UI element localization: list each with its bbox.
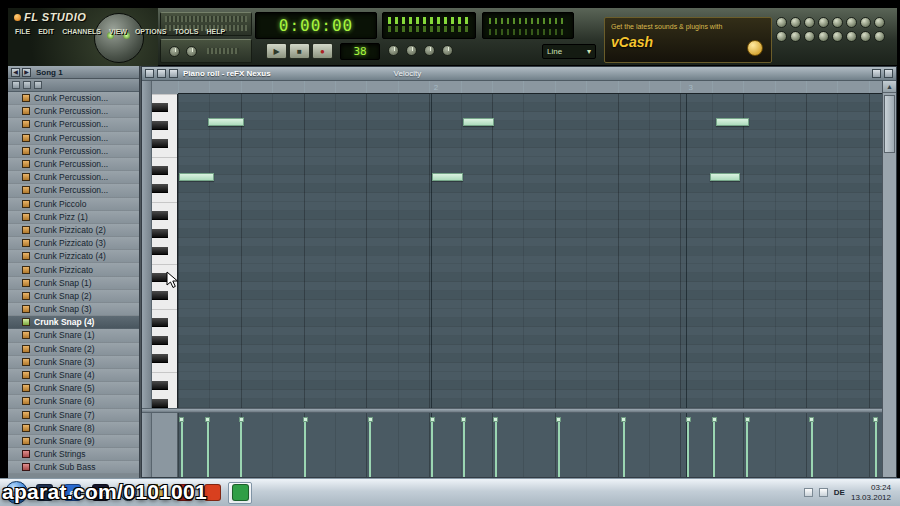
- browser-item[interactable]: Crunk Snap (4): [8, 316, 139, 329]
- black-key[interactable]: [152, 381, 168, 390]
- record-button[interactable]: ●: [312, 43, 333, 59]
- toolbar-round-button[interactable]: [790, 31, 801, 42]
- velocity-stem-handle[interactable]: [686, 417, 691, 422]
- toolbar-round-button[interactable]: [818, 17, 829, 28]
- ad-banner[interactable]: Get the latest sounds & plugins with vCa…: [604, 17, 772, 63]
- browser-item[interactable]: Crunk Snare (8): [8, 422, 139, 435]
- taskbar-clock[interactable]: 03:2413.03.2012: [851, 483, 895, 502]
- midi-note[interactable]: [710, 173, 740, 181]
- velocity-stem[interactable]: [181, 422, 183, 477]
- velocity-stem[interactable]: [875, 422, 877, 477]
- browser-item[interactable]: Crunk Sub Bass: [8, 461, 139, 474]
- velocity-stem-handle[interactable]: [873, 417, 878, 422]
- browser-item[interactable]: Crunk Percussion...: [8, 132, 139, 145]
- tray-network-icon[interactable]: [819, 488, 828, 497]
- browser-item[interactable]: Crunk Snap (1): [8, 277, 139, 290]
- browser-tool-icon[interactable]: [23, 81, 31, 89]
- scroll-up-button[interactable]: ▲: [883, 81, 896, 93]
- midi-note[interactable]: [179, 173, 214, 181]
- velocity-stem-handle[interactable]: [809, 417, 814, 422]
- black-key[interactable]: [152, 229, 168, 238]
- velocity-stem[interactable]: [811, 422, 813, 477]
- scrollbar-thumb[interactable]: [884, 95, 895, 153]
- velocity-stem[interactable]: [623, 422, 625, 477]
- menu-options[interactable]: OPTIONS: [133, 27, 169, 36]
- velocity-stem[interactable]: [240, 422, 242, 477]
- black-key[interactable]: [152, 211, 168, 220]
- knob[interactable]: [406, 45, 417, 56]
- velocity-stem-handle[interactable]: [205, 417, 210, 422]
- black-key[interactable]: [152, 103, 168, 112]
- midi-note[interactable]: [463, 118, 493, 126]
- velocity-stem-handle[interactable]: [461, 417, 466, 422]
- browser-item[interactable]: Crunk Percussion...: [8, 92, 139, 105]
- velocity-stem[interactable]: [369, 422, 371, 477]
- velocity-stem-handle[interactable]: [430, 417, 435, 422]
- velocity-stem-handle[interactable]: [556, 417, 561, 422]
- toolbar-round-button[interactable]: [846, 17, 857, 28]
- velocity-stem[interactable]: [463, 422, 465, 477]
- browser-item[interactable]: Crunk Percussion...: [8, 105, 139, 118]
- toolbar-round-button[interactable]: [776, 31, 787, 42]
- toolbar-round-button[interactable]: [818, 31, 829, 42]
- browser-item[interactable]: Crunk Percussion...: [8, 184, 139, 197]
- browser-tool-icon[interactable]: [34, 81, 42, 89]
- menu-channels[interactable]: CHANNELS: [60, 27, 103, 36]
- velocity-stem-handle[interactable]: [239, 417, 244, 422]
- velocity-stem-handle[interactable]: [368, 417, 373, 422]
- toolbar-round-button[interactable]: [874, 17, 885, 28]
- browser-item[interactable]: Crunk Snare (6): [8, 395, 139, 408]
- browser-item[interactable]: Crunk Strings: [8, 448, 139, 461]
- knob[interactable]: [442, 45, 453, 56]
- stop-button[interactable]: ■: [289, 43, 310, 59]
- browser-back-button[interactable]: ◀: [11, 68, 20, 77]
- browser-item[interactable]: Crunk Snare (7): [8, 409, 139, 422]
- velocity-stem-handle[interactable]: [621, 417, 626, 422]
- toolbar-round-button[interactable]: [874, 31, 885, 42]
- browser-item[interactable]: Crunk Snap (2): [8, 290, 139, 303]
- play-button[interactable]: ▶: [266, 43, 287, 59]
- velocity-stem[interactable]: [713, 422, 715, 477]
- snap-selector[interactable]: Line ▾: [542, 44, 596, 59]
- browser-item[interactable]: Crunk Snap (3): [8, 303, 139, 316]
- velocity-stem-handle[interactable]: [179, 417, 184, 422]
- velocity-stem[interactable]: [495, 422, 497, 477]
- black-key[interactable]: [152, 318, 168, 327]
- browser-item[interactable]: Crunk Percussion...: [8, 158, 139, 171]
- velocity-stem[interactable]: [431, 422, 433, 477]
- menu-file[interactable]: FILE: [13, 27, 32, 36]
- velocity-stem-handle[interactable]: [493, 417, 498, 422]
- tray-volume-icon[interactable]: [804, 488, 813, 497]
- velocity-stem[interactable]: [304, 422, 306, 477]
- midi-note[interactable]: [432, 173, 462, 181]
- main-pitch-knob[interactable]: [186, 46, 197, 57]
- target-control-label[interactable]: Velocity: [394, 69, 422, 78]
- knob[interactable]: [388, 45, 399, 56]
- toolbar-round-button[interactable]: [804, 17, 815, 28]
- menu-tools[interactable]: TOOLS: [172, 27, 200, 36]
- menu-help[interactable]: HELP: [204, 27, 227, 36]
- knob[interactable]: [424, 45, 435, 56]
- toolbar-round-button[interactable]: [860, 17, 871, 28]
- browser-item[interactable]: Crunk Percussion...: [8, 118, 139, 131]
- browser-item[interactable]: Crunk Pizzicato (2): [8, 224, 139, 237]
- piano-roll-titlebar[interactable]: Piano roll - reFX Nexus Velocity: [142, 67, 896, 81]
- velocity-lane[interactable]: [178, 413, 884, 477]
- browser-item[interactable]: Crunk Percussion...: [8, 171, 139, 184]
- toolbar-round-button[interactable]: [846, 31, 857, 42]
- velocity-stem[interactable]: [207, 422, 209, 477]
- toolbar-round-button[interactable]: [776, 17, 787, 28]
- browser-forward-button[interactable]: ▶: [22, 68, 31, 77]
- velocity-stem-handle[interactable]: [303, 417, 308, 422]
- detach-icon[interactable]: [872, 69, 881, 78]
- midi-note[interactable]: [716, 118, 749, 126]
- black-key[interactable]: [152, 121, 168, 130]
- toolbar-round-button[interactable]: [790, 17, 801, 28]
- piano-keyboard[interactable]: [152, 94, 178, 408]
- toolbar-round-button[interactable]: [832, 17, 843, 28]
- browser-item[interactable]: Crunk Snare (1): [8, 329, 139, 342]
- browser-item[interactable]: Crunk Pizzicato (4): [8, 250, 139, 263]
- menu-view[interactable]: VIEW: [107, 27, 129, 36]
- main-volume-knob[interactable]: [169, 46, 180, 57]
- black-key[interactable]: [152, 399, 168, 408]
